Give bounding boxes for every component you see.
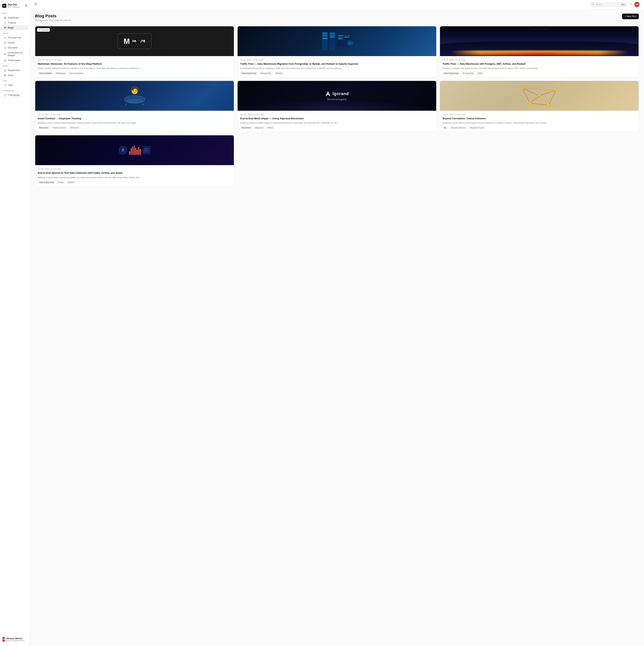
svg-rect-36	[330, 35, 335, 36]
blog-card-traffic-mysql[interactable]: Jul 30, 2022 • 3 min read Traffic Flow —…	[237, 26, 436, 77]
svg-rect-43	[344, 37, 349, 38]
card-meta: Jul 15, 2022 • 4 min read	[38, 113, 231, 116]
svg-rect-9	[4, 27, 6, 28]
sidebar-label-testimonials: Testimonials	[8, 59, 20, 62]
blog-card-algorand[interactable]: lgorand Technologies Jun 18, 2022 • 5 mi…	[237, 81, 436, 132]
sidebar-item-projects[interactable]: Projects	[1, 20, 28, 25]
content-area: Blog Posts Manage your blog posts and ar…	[30, 9, 644, 646]
career-icon	[4, 41, 6, 44]
page-title: Blog Posts	[35, 14, 71, 18]
brand-icon	[2, 4, 6, 8]
page-subtitle: Manage your blog posts and articles	[35, 19, 71, 22]
tag: #Algorand	[253, 126, 265, 129]
sidebar-item-certifications[interactable]: Certifications & Badges	[1, 50, 28, 58]
tag: #Kafka	[56, 181, 65, 184]
card-meta: Jul 02, 2022 • 4 min read	[443, 113, 636, 116]
svg-rect-6	[5, 18, 6, 19]
sidebar-item-chat[interactable]: Chat	[1, 83, 28, 88]
svg-rect-19	[4, 76, 6, 76]
sidebar-label-dashboard: Dashboard	[8, 16, 19, 19]
sidebar-item-personal-info[interactable]: Personal Info	[1, 35, 28, 40]
sidebar-item-career[interactable]: Career	[1, 40, 28, 45]
sidebar-item-blogs[interactable]: Blogs	[1, 25, 28, 30]
sidebar-item-testimonials[interactable]: Testimonials	[1, 58, 28, 63]
topbar-avatar[interactable]: DM	[634, 2, 640, 7]
svg-rect-34	[330, 33, 335, 33]
card-title: End-to-End Speech-to-Text Data Collectio…	[38, 171, 231, 175]
search-icon	[593, 3, 595, 6]
search-bar[interactable]: Search ⌘K	[590, 2, 628, 7]
blog-card-causal[interactable]: Jul 02, 2022 • 4 min read Beyond Correla…	[440, 81, 639, 132]
main-content: Search ⌘K DM Blog Posts Manage your blog…	[30, 0, 644, 646]
blog-card-smart-contract[interactable]: 🧑 Jul 15, 2022 • 4 min read Smart Contra…	[35, 81, 234, 132]
user-email: diyye101@gmail.com	[7, 639, 24, 642]
sidebar-item-changelogs[interactable]: Changelogs	[1, 93, 28, 98]
sidebar-item-stack[interactable]: Stack	[1, 73, 28, 78]
tag: #PostgreSQL	[259, 72, 273, 75]
category-tag: Data Engineering	[443, 72, 460, 75]
blog-card-markdown[interactable]: M Featured Dec 09, 2024 • 5 min read Mar…	[35, 26, 234, 77]
blog-card-traffic-postgres[interactable]: CITY SKYLINE Jul 23, 2022 • 5 min read T…	[440, 26, 639, 77]
svg-point-26	[631, 4, 632, 5]
tag: #Web3	[266, 126, 275, 129]
card-image-wrap	[35, 135, 234, 165]
card-description: A comprehensive guide on migrating a tra…	[240, 67, 434, 70]
svg-rect-22	[34, 3, 37, 3]
svg-point-60	[522, 89, 523, 90]
card-title: Traffic Flow — Data Warehouse with Postg…	[443, 62, 636, 66]
section-label-setup: Setup	[0, 63, 30, 68]
card-meta: Dec 09, 2024 • 5 min read	[38, 59, 231, 61]
topbar-right: Search ⌘K DM	[590, 2, 640, 7]
sidebar-toggle-icon[interactable]	[25, 4, 27, 7]
tag: #Smart Contract	[51, 126, 68, 129]
card-body: Jul 23, 2022 • 5 min read Traffic Flow —…	[440, 56, 639, 77]
featured-dot	[39, 29, 40, 30]
svg-point-65	[547, 104, 550, 106]
svg-line-57	[530, 103, 549, 105]
card-image-wrap: lgorand Technologies	[238, 81, 436, 111]
blogs-icon	[4, 26, 6, 29]
svg-point-16	[5, 60, 5, 61]
svg-point-51	[142, 104, 143, 105]
card-title: Traffic Flow — Data Warehouse Migration …	[240, 62, 434, 66]
sidebar-item-education[interactable]: Education	[1, 45, 28, 50]
category-tag: Data Engineering	[38, 181, 55, 184]
card-description: Building a scalable data warehouse for c…	[443, 67, 636, 70]
tag: #Markdown	[55, 72, 67, 75]
certifications-icon	[4, 53, 6, 56]
card-body: Jul 15, 2022 • 4 min read Smart Contract…	[35, 111, 234, 132]
svg-rect-17	[4, 70, 6, 71]
card-tags: Data Engineering #PostgreSQL#DBT	[443, 72, 636, 75]
svg-point-15	[4, 60, 6, 62]
featured-label: Featured	[40, 29, 48, 31]
sidebar-section-changelogs: Changelogs Changelogs	[0, 88, 30, 98]
category-tag: Blockchain	[240, 126, 252, 129]
svg-rect-32	[322, 38, 327, 39]
card-body: Dec 09, 2024 • 5 min read Markdown Showc…	[35, 56, 234, 77]
section-label-changelogs: Changelogs	[0, 88, 30, 92]
card-tags: Data Engineering #Kafka#Airflow	[38, 181, 231, 184]
svg-line-58	[523, 88, 556, 90]
sidebar-section-about: About Personal Info Career Education Cer…	[0, 30, 30, 63]
topbar: Search ⌘K DM	[30, 0, 644, 9]
svg-point-62	[539, 96, 540, 97]
sidebar-item-dashboard[interactable]: Dashboard	[1, 15, 28, 20]
brand-sub: ML + Software	[8, 6, 20, 8]
sidebar-label-certifications: Certifications & Badges	[8, 51, 26, 57]
card-tags: Data Engineering #PostgreSQL#MySQL	[240, 72, 434, 75]
sidebar-footer[interactable]: DM Denamo Markos diyye101@gmail.com ⌃	[0, 635, 30, 644]
svg-rect-20	[4, 84, 6, 86]
card-image-wrap: 🧑	[35, 81, 234, 111]
sidebar-section-main: Main Dashboard Projects Blogs	[0, 10, 30, 30]
tag: #PostgreSQL	[461, 72, 475, 75]
toggle-sidebar-button[interactable]	[34, 3, 37, 6]
blog-card-speech[interactable]: Jul 09, 2022 • 6 min read End-to-End Spe…	[35, 135, 234, 186]
card-image-wrap: CITY SKYLINE	[440, 26, 639, 56]
sidebar-item-equipments[interactable]: Equipments	[1, 68, 28, 73]
svg-rect-35	[330, 34, 335, 35]
settings-icon[interactable]	[630, 3, 632, 6]
new-post-button[interactable]: + New Post	[622, 14, 639, 19]
card-body: Jul 30, 2022 • 3 min read Traffic Flow —…	[238, 56, 436, 77]
tag: #Causal Inference	[449, 126, 467, 129]
svg-rect-12	[4, 42, 6, 44]
